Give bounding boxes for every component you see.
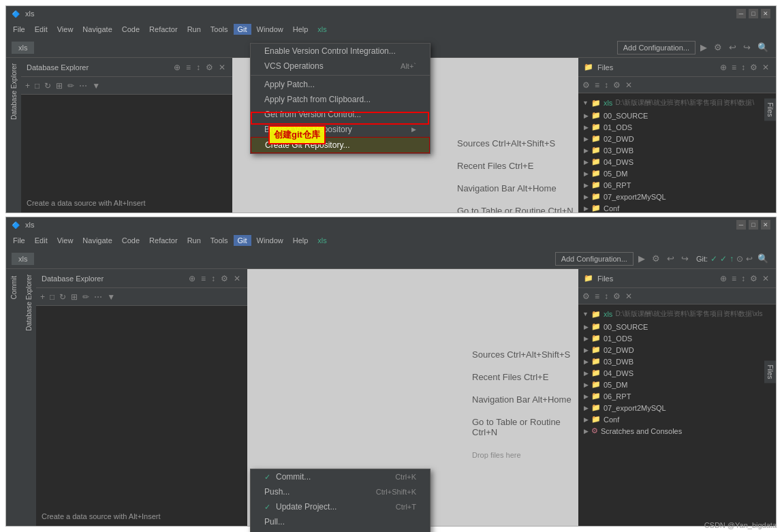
file-item-01ods-top[interactable]: ▶ 📁 01_ODS [578, 121, 776, 133]
file-item-01ods-b[interactable]: ▶ 📁 01_ODS [578, 332, 776, 344]
fpb-tb1[interactable]: ⚙ [581, 291, 591, 302]
file-item-05dm-b[interactable]: ▶ 📁 05_DM [578, 379, 776, 390]
fpb-tb3[interactable]: ↕ [603, 291, 610, 302]
menu-edit-bottom[interactable]: Edit [31, 235, 52, 246]
db-btb5[interactable]: ✏ [81, 292, 91, 302]
file-item-00src-b[interactable]: ▶ 📁 00_SOURCE [578, 321, 776, 332]
menu-tools-top[interactable]: Tools [206, 24, 232, 35]
menu-help-top[interactable]: Help [289, 24, 313, 35]
file-item-03dwb-b[interactable]: ▶ 📁 03_DWB [578, 356, 776, 367]
fpb-tb2[interactable]: ≡ [593, 291, 601, 302]
fpb-settings[interactable]: ⚙ [749, 273, 759, 284]
db-tb4[interactable]: ⊞ [54, 80, 64, 91]
db-sort-icon[interactable]: ↕ [195, 62, 202, 73]
file-item-07export-b[interactable]: ▶ 📁 07_export2MySQL [578, 402, 776, 413]
fp-icon2[interactable]: ≡ [730, 62, 738, 73]
db-btb2[interactable]: □ [48, 292, 56, 302]
file-item-06rpt-b[interactable]: ▶ 📁 06_RPT [578, 390, 776, 402]
menu-git-top[interactable]: Git [234, 24, 251, 35]
file-item-04dws-top[interactable]: ▶ 📁 04_DWS [578, 156, 776, 168]
git-apply-patch-clip[interactable]: Apply Patch from Clipboard... [251, 92, 430, 107]
close-btn-top[interactable]: ✕ [761, 9, 770, 18]
git-enable-vcs[interactable]: Enable Version Control Integration... [251, 44, 430, 59]
fp-icon3[interactable]: ↕ [740, 62, 747, 73]
git-apply-patch[interactable]: Apply Patch... [251, 77, 430, 92]
close-btn-bottom[interactable]: ✕ [761, 220, 770, 230]
db-tb2[interactable]: □ [33, 80, 41, 91]
file-item-04dws-b[interactable]: ▶ 📁 04_DWS [578, 367, 776, 379]
files-tab-strip-top[interactable]: Files [764, 98, 776, 121]
file-item-conf-top[interactable]: ▶ 📁 Conf [578, 202, 776, 213]
git-commit-b[interactable]: ✓ Commit... Ctrl+K [251, 469, 430, 484]
menu-window-top[interactable]: Window [253, 24, 287, 35]
toolbar-icon3[interactable]: ↪ [741, 41, 753, 54]
fpb-close[interactable]: ✕ [761, 273, 770, 284]
add-config-btn-top[interactable]: Add Configuration... [617, 41, 695, 54]
fpb-tb4[interactable]: ⚙ [612, 291, 622, 302]
fp-tb1[interactable]: ⚙ [581, 80, 591, 91]
db-list-icon[interactable]: ≡ [185, 62, 192, 73]
db-filter-icon-b[interactable]: ▼ [106, 292, 116, 302]
fpb-icon2[interactable]: ≡ [730, 273, 738, 284]
toolbar-tab-top[interactable]: xls [12, 42, 34, 54]
db-tb6[interactable]: ⋯ [78, 80, 89, 91]
menu-refactor-top[interactable]: Refactor [145, 24, 182, 35]
db-close-icon-b[interactable]: ✕ [232, 273, 242, 284]
menu-run-bottom[interactable]: Run [183, 235, 205, 246]
menu-run-top[interactable]: Run [183, 24, 205, 35]
menu-edit-top[interactable]: Edit [31, 24, 52, 35]
menu-git-bottom[interactable]: Git [234, 235, 251, 246]
file-item-06rpt-top[interactable]: ▶ 📁 06_RPT [578, 179, 776, 191]
menu-xls-bottom[interactable]: xls [313, 235, 330, 246]
menu-xls-top[interactable]: xls [313, 24, 330, 35]
menu-code-top[interactable]: Code [118, 24, 144, 35]
menu-file-top[interactable]: File [9, 24, 29, 35]
menu-code-bottom[interactable]: Code [118, 235, 144, 246]
db-sort-icon-b[interactable]: ↕ [210, 273, 217, 284]
db-btb4[interactable]: ⊞ [69, 292, 79, 302]
minimize-btn-bottom[interactable]: ─ [736, 220, 746, 230]
file-item-02dwd-b[interactable]: ▶ 📁 02_DWD [578, 344, 776, 356]
file-item-07export-top[interactable]: ▶ 📁 07_export2MySQL [578, 191, 776, 202]
db-close-icon[interactable]: ✕ [217, 62, 227, 73]
db-btb3[interactable]: ↻ [58, 292, 67, 302]
file-item-scratches-b[interactable]: ▶ ⚙ Scratches and Consoles [578, 425, 776, 437]
db-tb5[interactable]: ✏ [66, 80, 76, 91]
db-filter-icon[interactable]: ▼ [91, 80, 101, 91]
db-btb1[interactable]: + [39, 292, 46, 302]
search-icon-top[interactable]: 🔍 [755, 41, 770, 54]
fp-settings[interactable]: ⚙ [749, 62, 759, 73]
file-item-conf-b[interactable]: ▶ 📁 Conf [578, 413, 776, 425]
git-push-b[interactable]: Push... Ctrl+Shift+K [251, 484, 430, 499]
maximize-btn-top[interactable]: □ [749, 9, 758, 18]
files-tab-strip-bottom[interactable]: Files [764, 360, 776, 383]
toolbar-icon1[interactable]: ⚙ [712, 41, 724, 54]
db-settings-icon[interactable]: ⚙ [204, 62, 215, 73]
fpb-tb5[interactable]: ✕ [624, 291, 634, 302]
git-vcs-ops-top[interactable]: VCS Operations Alt+` [251, 59, 430, 74]
db-tb1[interactable]: + [24, 80, 31, 91]
toolbar-btm-icon3[interactable]: ↪ [679, 252, 691, 265]
db-btb6[interactable]: ⋯ [93, 292, 104, 302]
file-item-03dwb-top[interactable]: ▶ 📁 03_DWB [578, 144, 776, 156]
toolbar-icon2[interactable]: ↩ [727, 41, 738, 54]
menu-view-bottom[interactable]: View [53, 235, 78, 246]
file-item-00src-top[interactable]: ▶ 📁 00_SOURCE [578, 110, 776, 121]
file-item-02dwd-top[interactable]: ▶ 📁 02_DWD [578, 133, 776, 144]
run-icon-bottom[interactable]: ▶ [636, 252, 647, 265]
fpb-icon3[interactable]: ↕ [740, 273, 747, 284]
git-pull-b[interactable]: Pull... [251, 514, 430, 529]
menu-view-top[interactable]: View [53, 24, 78, 35]
toolbar-tab-bottom[interactable]: xls [12, 253, 34, 265]
run-icon-top[interactable]: ▶ [698, 41, 709, 54]
maximize-btn-bottom[interactable]: □ [749, 220, 758, 230]
menu-navigate-top[interactable]: Navigate [78, 24, 116, 35]
fp-tb4[interactable]: ⚙ [612, 80, 622, 91]
menu-help-bottom[interactable]: Help [289, 235, 313, 246]
add-config-btn-bottom[interactable]: Add Configuration... [555, 252, 634, 266]
fp-close-top[interactable]: ✕ [761, 62, 770, 73]
db-settings-icon-b[interactable]: ⚙ [219, 273, 230, 284]
file-item-05dm-top[interactable]: ▶ 📁 05_DM [578, 168, 776, 179]
fp-tb5[interactable]: ✕ [624, 80, 634, 91]
db-add-icon[interactable]: ⊕ [172, 62, 182, 73]
